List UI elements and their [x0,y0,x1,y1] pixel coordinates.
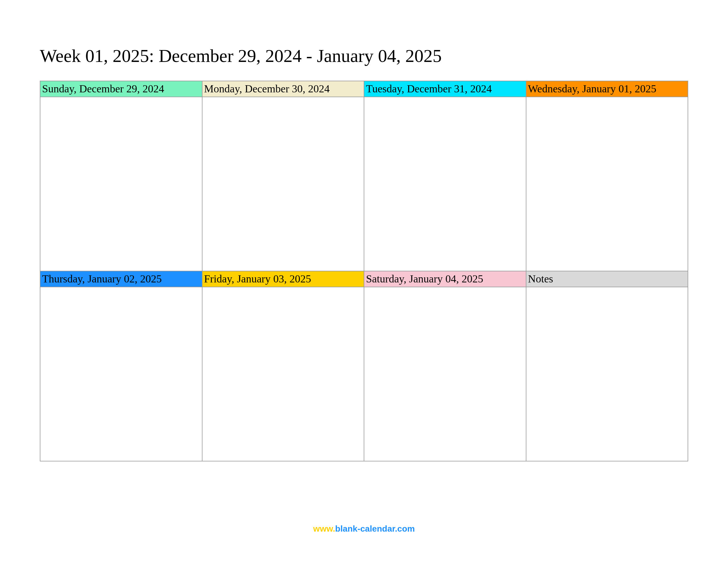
day-header-saturday: Saturday, January 04, 2025 [364,272,526,287]
footer-link[interactable]: www.blank-calendar.com [0,524,728,534]
day-cell-monday[interactable] [202,97,365,272]
day-header-tuesday: Tuesday, December 31, 2024 [364,81,526,97]
day-header-wednesday: Wednesday, January 01, 2025 [526,81,688,97]
day-cell-friday[interactable] [202,287,365,461]
day-header-thursday: Thursday, January 02, 2025 [40,272,202,287]
footer-link-prefix: www. [313,524,335,533]
day-cell-thursday[interactable] [40,287,202,461]
notes-header: Notes [526,272,688,287]
day-cell-sunday[interactable] [40,97,202,272]
day-header-monday: Monday, December 30, 2024 [202,81,365,97]
day-cell-wednesday[interactable] [526,97,688,272]
footer-link-domain: blank-calendar.com [335,524,415,533]
day-cell-saturday[interactable] [364,287,526,461]
page-title: Week 01, 2025: December 29, 2024 - Janua… [40,45,688,67]
weekly-calendar-grid: Sunday, December 29, 2024 Monday, Decemb… [40,81,688,461]
day-header-sunday: Sunday, December 29, 2024 [40,81,202,97]
day-header-friday: Friday, January 03, 2025 [202,272,365,287]
notes-cell[interactable] [526,287,688,461]
day-cell-tuesday[interactable] [364,97,526,272]
